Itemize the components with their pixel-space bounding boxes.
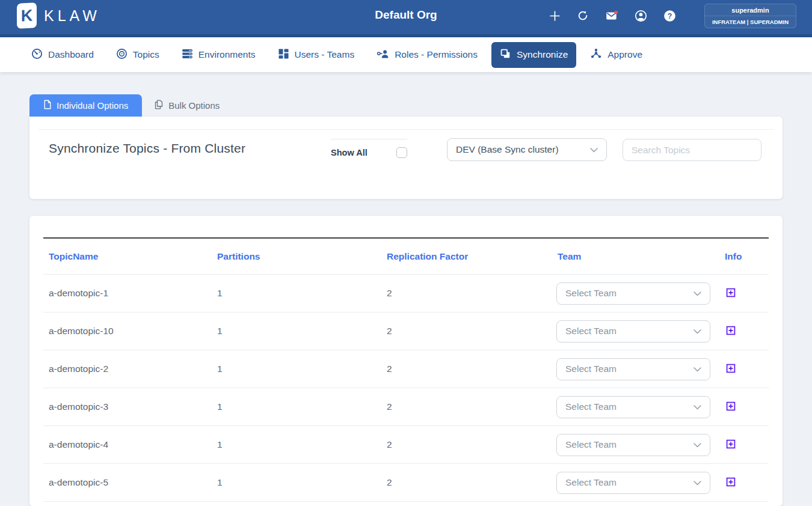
- environments-icon: [182, 48, 193, 62]
- top-navbar: K KLAW Default Org: [0, 0, 812, 37]
- replication-factor-cell: 2: [387, 439, 558, 450]
- column-header-replication-factor: Replication Factor: [387, 251, 558, 262]
- search-topics-input[interactable]: [623, 139, 761, 161]
- tab-label: Individual Options: [57, 100, 128, 111]
- top-actions: ? superadmin INFRATEAM | SUPERADMIN: [549, 4, 796, 28]
- partitions-cell: 1: [217, 401, 387, 412]
- main-menu: Dashboard Topics Environments: [0, 37, 812, 72]
- replication-factor-cell: 2: [387, 288, 558, 299]
- chevron-down-icon: [694, 364, 701, 374]
- team-select[interactable]: Select Team: [556, 396, 710, 418]
- replication-factor-cell: 2: [387, 364, 558, 374]
- partitions-cell: 1: [217, 364, 387, 374]
- chevron-down-icon: [590, 144, 598, 155]
- profile-icon[interactable]: [635, 10, 647, 22]
- column-header-partitions: Partitions: [217, 251, 387, 262]
- table-row: a-demotopic-4 1 2 Select Team: [43, 426, 769, 464]
- menu-label: Topics: [133, 49, 159, 60]
- user-info-box[interactable]: superadmin INFRATEAM | SUPERADMIN: [704, 4, 796, 28]
- chevron-down-icon: [694, 288, 701, 299]
- partitions-cell: 1: [217, 439, 387, 450]
- replication-factor-cell: 2: [387, 401, 558, 412]
- add-square-icon[interactable]: [725, 325, 737, 337]
- table-row: a-demotopic-3 1 2 Select Team: [43, 388, 769, 426]
- chevron-down-icon: [694, 326, 701, 337]
- team-select[interactable]: Select Team: [556, 282, 710, 305]
- sync-tabs: Individual Options Bulk Options: [29, 94, 783, 117]
- column-header-info: Info: [725, 251, 769, 262]
- team-select-placeholder: Select Team: [565, 326, 617, 337]
- username: superadmin: [705, 4, 796, 16]
- refresh-icon[interactable]: [577, 10, 589, 22]
- table-header: TopicName Partitions Replication Factor …: [43, 239, 769, 275]
- column-header-team: Team: [558, 251, 725, 262]
- tab-bulk-options[interactable]: Bulk Options: [142, 94, 232, 117]
- team-select[interactable]: Select Team: [556, 434, 710, 456]
- menu-item-users-teams[interactable]: Users - Teams: [269, 42, 363, 68]
- team-select-placeholder: Select Team: [565, 364, 617, 374]
- menu-item-roles-permissions[interactable]: Roles - Permissions: [368, 43, 486, 67]
- chevron-down-icon: [694, 439, 701, 450]
- table-row: a-demotopic-10 1 2 Select Team: [43, 312, 769, 350]
- replication-factor-cell: 2: [387, 477, 558, 488]
- topic-name-cell: a-demotopic-4: [43, 439, 217, 450]
- menu-item-environments[interactable]: Environments: [173, 42, 264, 68]
- menu-item-approve[interactable]: Approve: [582, 42, 651, 67]
- approve-icon: [590, 48, 602, 61]
- add-icon[interactable]: [549, 10, 561, 22]
- cluster-select-value: DEV (Base Sync cluster): [456, 144, 559, 155]
- team-select-placeholder: Select Team: [565, 477, 617, 488]
- replication-factor-cell: 2: [387, 326, 558, 337]
- tab-label: Bulk Options: [168, 100, 220, 111]
- help-icon[interactable]: ?: [663, 10, 676, 22]
- menu-label: Approve: [607, 49, 642, 60]
- brand-name: KLAW: [44, 7, 100, 25]
- menu-label: Synchronize: [517, 49, 568, 60]
- team-select-placeholder: Select Team: [565, 439, 617, 450]
- partitions-cell: 1: [217, 326, 387, 337]
- topic-name-cell: a-demotopic-5: [43, 477, 217, 488]
- cluster-select[interactable]: DEV (Base Sync cluster): [447, 138, 607, 161]
- synchronize-icon: [500, 48, 511, 62]
- svg-text:?: ?: [668, 11, 672, 20]
- menu-label: Users - Teams: [295, 49, 355, 60]
- add-square-icon[interactable]: [725, 476, 737, 488]
- topic-name-cell: a-demotopic-10: [43, 326, 217, 337]
- topic-name-cell: a-demotopic-3: [43, 401, 217, 412]
- table-row: a-demotopic-5 1 2 Select Team: [43, 464, 769, 502]
- menu-label: Roles - Permissions: [395, 49, 478, 60]
- menu-label: Environments: [198, 49, 256, 60]
- dashboard-icon: [31, 48, 43, 62]
- tab-individual-options[interactable]: Individual Options: [29, 94, 142, 117]
- partitions-cell: 1: [217, 288, 387, 299]
- show-all-label: Show All: [331, 148, 368, 157]
- brand[interactable]: K KLAW: [17, 3, 100, 28]
- topics-icon: [116, 48, 128, 62]
- team-select[interactable]: Select Team: [556, 320, 710, 343]
- klaw-logo-icon: K: [17, 2, 37, 29]
- users-teams-icon: [278, 48, 289, 62]
- table-body: a-demotopic-1 1 2 Select Team a-demotopi…: [43, 275, 769, 502]
- menu-item-synchronize[interactable]: Synchronize: [491, 42, 576, 68]
- table-row: a-demotopic-2 1 2 Select Team: [43, 350, 769, 388]
- add-square-icon[interactable]: [725, 400, 737, 412]
- menu-item-dashboard[interactable]: Dashboard: [23, 42, 102, 68]
- team-select[interactable]: Select Team: [556, 472, 710, 494]
- topics-table-card: TopicName Partitions Replication Factor …: [29, 216, 783, 506]
- documents-icon: [154, 100, 164, 111]
- mail-icon[interactable]: [605, 10, 618, 22]
- chevron-down-icon: [694, 477, 701, 488]
- add-square-icon[interactable]: [725, 438, 737, 450]
- roles-permissions-icon: [377, 49, 389, 61]
- column-header-topicname: TopicName: [43, 251, 217, 262]
- add-square-icon[interactable]: [725, 362, 737, 374]
- team-select-placeholder: Select Team: [565, 401, 617, 412]
- add-square-icon[interactable]: [725, 287, 737, 299]
- menu-item-topics[interactable]: Topics: [108, 42, 168, 68]
- logo-letter: K: [21, 6, 33, 25]
- team-select[interactable]: Select Team: [556, 358, 710, 380]
- page-title: Synchronize Topics - From Cluster: [49, 141, 331, 156]
- filters-card: Synchronize Topics - From Cluster Show A…: [29, 117, 783, 199]
- partitions-cell: 1: [217, 477, 387, 488]
- show-all-checkbox[interactable]: [396, 147, 407, 158]
